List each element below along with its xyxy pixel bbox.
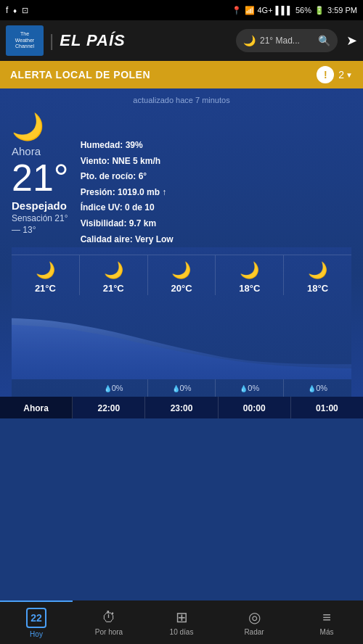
weather-main: actualizado hace 7 minutos 🌙 Ahora 21° D… [0, 88, 363, 397]
pressure-row: Presión: 1019.0 mb ↑ [81, 185, 351, 201]
signal-bars-icon: ▌▌▌ [276, 6, 293, 15]
min-temp: — 13° [12, 225, 69, 235]
nav-label-hoy: Hoy [30, 630, 43, 638]
nav-label-10-dias: 10 días [170, 628, 194, 636]
time-label-0: Ahora [23, 403, 49, 413]
hourly-columns: 🌙 21°C 🌙 21°C 🌙 20°C 🌙 18°C 🌙 18°C [12, 255, 351, 295]
rain-text-4: 💧0% [308, 384, 327, 392]
wave-chart [12, 300, 351, 379]
search-bar[interactable]: 🌙 21° Mad... 🔍 [236, 29, 338, 52]
rain-text-3: 💧0% [240, 384, 259, 392]
time-label: 3:59 PM [327, 6, 357, 15]
time-label-3: 00:00 [243, 403, 266, 413]
search-icon[interactable]: 🔍 [318, 35, 330, 46]
status-right: 📍 📶 4G+ ▌▌▌ 56% 🔋 3:59 PM [232, 6, 358, 15]
grid-icon: ⊞ [176, 608, 188, 626]
hourly-section: 🌙 21°C 🌙 21°C 🌙 20°C 🌙 18°C 🌙 18°C [12, 247, 351, 397]
rain-text-1: 💧0% [104, 384, 123, 392]
wifi-icon: 📶 [245, 6, 255, 15]
clock-icon: ⏱ [102, 609, 116, 626]
hourly-col-0: 🌙 21°C [12, 255, 80, 295]
dew-point-row: Pto. de rocío: 6° [81, 169, 351, 185]
current-weather-icon: 🌙 [12, 112, 69, 142]
time-col-3[interactable]: 00:00 [219, 397, 291, 418]
rain-col-1: 💧0% [80, 379, 148, 397]
hourly-col-3: 🌙 18°C [216, 255, 284, 295]
camera-icon: ⊡ [22, 6, 28, 15]
nav-item-10-dias[interactable]: ⊞ 10 días [145, 600, 218, 644]
hourly-icon-1: 🌙 [104, 261, 123, 280]
calendar-icon: 22 [26, 608, 46, 628]
alert-text: ALERTA LOCAL DE POLEN [10, 69, 317, 80]
hourly-icon-2: 🌙 [171, 261, 191, 280]
moon-icon: 🌙 [243, 35, 256, 46]
header: The Weather Channel | EL PAÍS 🌙 21° Mad.… [0, 20, 363, 61]
logo-text-line2: Weather [15, 38, 34, 44]
status-left: f ⬧ ⊡ [6, 5, 28, 15]
rain-col-4: 💧0% [284, 379, 351, 397]
hourly-col-4: 🌙 18°C [284, 255, 351, 295]
location-icon: 📍 [232, 6, 242, 15]
wind-row: Viento: NNE 5 km/h [81, 154, 351, 170]
time-label-4: 01:00 [316, 403, 338, 413]
time-col-1[interactable]: 22:00 [73, 397, 145, 418]
visibility-row: Visibilidad: 9.7 km [81, 216, 351, 232]
status-bar: f ⬧ ⊡ 📍 📶 4G+ ▌▌▌ 56% 🔋 3:59 PM [0, 0, 363, 20]
nav-label-radar: Radar [244, 628, 264, 636]
rain-row: 💧0%💧0%💧0%💧0% [12, 379, 351, 397]
header-divider: | [49, 30, 54, 51]
logo-text-line1: The [20, 31, 29, 37]
hourly-icon-3: 🌙 [240, 261, 259, 280]
alert-count: 2 ▼ [338, 69, 353, 80]
hourly-temp-4: 18°C [307, 283, 328, 294]
weather-top: 🌙 Ahora 21° Despejado Sensación 21° — 13… [12, 112, 351, 247]
weather-details: Humedad: 39% Viento: NNE 5 km/h Pto. de … [81, 112, 351, 247]
weather-channel-logo[interactable]: The Weather Channel [6, 25, 44, 56]
hourly-icon-0: 🌙 [36, 261, 55, 280]
alert-warning-icon: ! [317, 66, 334, 83]
radar-icon: ◎ [248, 608, 261, 626]
time-label-1: 22:00 [97, 403, 120, 413]
humidity-row: Humedad: 39% [81, 138, 351, 154]
time-row[interactable]: Ahora22:0023:0000:0001:00 [0, 397, 363, 418]
rain-col-2: 💧0% [148, 379, 216, 397]
app-icon-2: ⬧ [12, 5, 17, 15]
ahora-label: Ahora [12, 145, 69, 157]
rain-text-2: 💧0% [172, 384, 192, 392]
hourly-temp-1: 21°C [103, 283, 124, 294]
hourly-temp-3: 18°C [239, 283, 260, 294]
signal-label: 4G+ [258, 6, 273, 15]
hourly-col-2: 🌙 20°C [148, 255, 216, 295]
hourly-temp-2: 20°C [171, 283, 192, 294]
alert-bar[interactable]: ALERTA LOCAL DE POLEN ! 2 ▼ [0, 61, 363, 88]
hourly-temp-0: 21°C [35, 283, 56, 294]
hourly-col-1: 🌙 21°C [80, 255, 148, 295]
nav-item-mas[interactable]: ≡ Más [290, 600, 363, 644]
bottom-nav: 22 Hoy ⏱ Por hora ⊞ 10 días ◎ Radar ≡ Má… [0, 600, 363, 644]
air-quality-row: Calidad aire: Very Low [81, 232, 351, 248]
hourly-icon-4: 🌙 [308, 261, 327, 280]
facebook-icon: f [6, 5, 8, 15]
nav-label-mas: Más [320, 628, 334, 636]
time-col-0[interactable]: Ahora [0, 397, 73, 418]
time-col-4[interactable]: 01:00 [291, 397, 363, 418]
nav-item-radar[interactable]: ◎ Radar [218, 600, 290, 644]
battery-label: 56% [295, 6, 311, 15]
current-temperature: 21° [12, 159, 69, 197]
navigation-icon[interactable]: ➤ [346, 33, 357, 49]
weather-condition: Despejado [12, 199, 69, 212]
menu-icon: ≡ [322, 609, 331, 626]
uv-row: Índice UV: 0 de 10 [81, 200, 351, 216]
weather-left: 🌙 Ahora 21° Despejado Sensación 21° — 13… [12, 112, 69, 235]
time-col-2[interactable]: 23:00 [145, 397, 218, 418]
search-location-text: 21° Mad... [260, 36, 314, 46]
el-pais-logo[interactable]: EL PAÍS [60, 31, 230, 50]
nav-item-por-hora[interactable]: ⏱ Por hora [73, 600, 145, 644]
nav-label-por-hora: Por hora [95, 628, 123, 636]
time-label-2: 23:00 [171, 403, 193, 413]
feels-like: Sensación 21° [12, 213, 69, 223]
nav-item-hoy[interactable]: 22 Hoy [0, 600, 73, 644]
logo-text-line3: Channel [15, 44, 34, 49]
updated-text: actualizado hace 7 minutos [12, 96, 351, 104]
rain-col-3: 💧0% [216, 379, 284, 397]
